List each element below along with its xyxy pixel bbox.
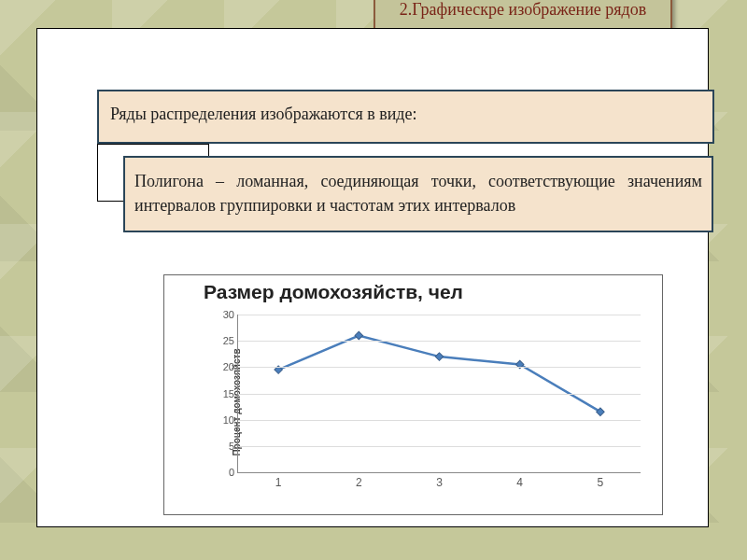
y-tick-label: 0 (218, 467, 234, 478)
y-tick-label: 30 (218, 309, 234, 320)
intro-text: Ряды распределения изображаются в виде: (110, 105, 416, 123)
intro-box: Ряды распределения изображаются в виде: (97, 90, 714, 144)
plot-area: 05101520253012345 (237, 315, 641, 473)
gridline (238, 315, 641, 315)
svg-rect-1 (355, 331, 362, 339)
slide-frame: Ряды распределения изображаются в виде: … (36, 28, 709, 527)
x-tick-label: 3 (436, 476, 443, 489)
y-tick-label: 10 (218, 414, 234, 426)
y-tick-label: 15 (218, 388, 234, 399)
chart-plot: Процент домохозяйств 05101520253012345 (211, 315, 650, 490)
svg-rect-2 (435, 353, 443, 360)
chart: Размер домохозяйств, чел Процент домохоз… (163, 274, 663, 515)
x-tick-label: 5 (598, 476, 604, 489)
x-tick-label: 4 (516, 476, 523, 489)
x-tick-label: 2 (356, 476, 362, 489)
y-tick-label: 20 (218, 361, 234, 372)
y-tick-label: 25 (218, 335, 234, 346)
x-tick-label: 1 (275, 476, 282, 489)
gridline (238, 367, 641, 368)
gridline (238, 446, 641, 447)
definition-text: Полигона – ломанная, соединяющая точки, … (134, 172, 702, 215)
definition-box: Полигона – ломанная, соединяющая точки, … (123, 156, 713, 232)
gridline (238, 341, 641, 342)
gridline (238, 420, 641, 421)
y-tick-label: 5 (218, 441, 234, 452)
chart-title: Размер домохозяйств, чел (164, 275, 662, 303)
gridline (238, 394, 641, 395)
